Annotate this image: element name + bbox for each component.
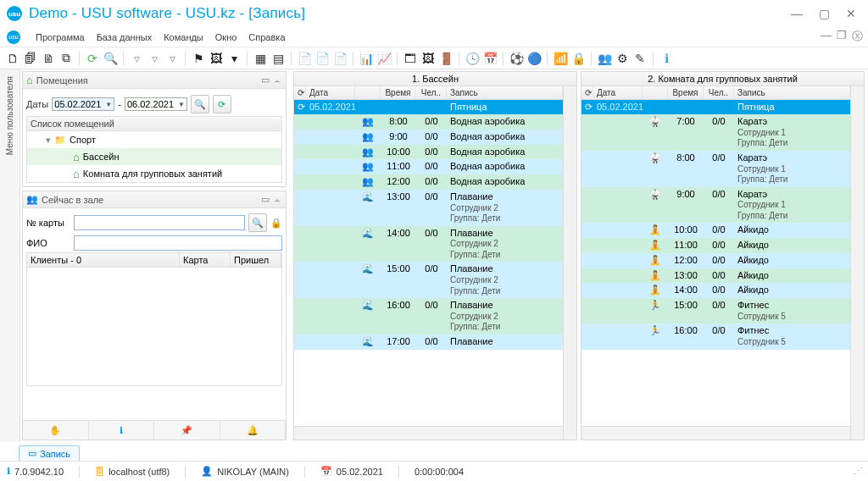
- tb-grid-icon[interactable]: ▦: [253, 51, 268, 66]
- schedule-slot[interactable]: 🌊13:000/0ПлаваниеСотрудник 2Группа: Дети: [294, 190, 563, 226]
- resize-grip-icon[interactable]: ⋰: [854, 466, 861, 477]
- tb-ball-icon[interactable]: ⚽: [509, 51, 524, 66]
- date-from-input[interactable]: 05.02.2021▼: [52, 97, 114, 111]
- tb-filter3-icon[interactable]: ▿: [164, 51, 180, 66]
- tb-exit-icon[interactable]: 🚪: [438, 51, 453, 66]
- dates-refresh-button[interactable]: ⟳: [213, 95, 231, 113]
- schedule-slot[interactable]: 🥋8:000/0КаратэСотрудник 1Группа: Дети: [581, 151, 850, 187]
- tree-item-grouproom[interactable]: ⌂Комната для групповых занятий: [27, 165, 281, 182]
- tb-search-icon[interactable]: 🔍: [103, 51, 118, 66]
- schedule-slot[interactable]: 🏃15:000/0ФитнесСотрудник 5: [581, 298, 850, 323]
- schedule-slot[interactable]: 🌊17:000/0Плавание: [294, 334, 563, 350]
- toolbar: 🗋 🗐 🗎 ⧉ ⟳ 🔍 ▿ ▿ ▿ ⚑ 🖼 ▾ ▦ ▤ 📄 📄 📄 📊 📈 🗔 …: [0, 47, 868, 69]
- horizontal-scrollbar[interactable]: [581, 426, 850, 440]
- tb-doc1-icon[interactable]: 📄: [297, 51, 312, 66]
- activity-icon: 🧘: [643, 268, 668, 283]
- house-icon: ⌂: [73, 151, 80, 163]
- schedule-slot[interactable]: 🧘14:000/0Айкидо: [581, 283, 850, 298]
- mdi-minimize-button[interactable]: —: [821, 29, 832, 44]
- tb-rss-icon[interactable]: 📶: [553, 51, 568, 66]
- menu-commands[interactable]: Команды: [164, 32, 203, 42]
- schedule-slot[interactable]: 🌊16:000/0ПлаваниеСотрудник 2Группа: Дети: [294, 298, 563, 334]
- mdi-close-button[interactable]: ⓧ: [852, 29, 863, 44]
- menu-database[interactable]: База данных: [97, 32, 153, 42]
- schedule-body[interactable]: 👥8:000/0Водная аэробика👥9:000/0Водная аэ…: [294, 114, 563, 426]
- date-to-input[interactable]: 06.02.2021▼: [125, 97, 187, 111]
- tree-root-sport[interactable]: ▾📁Спорт: [27, 131, 281, 148]
- schedule-slot[interactable]: 🌊15:000/0ПлаваниеСотрудник 2Группа: Дети: [294, 262, 563, 298]
- tb-doc3-icon[interactable]: 📄: [332, 51, 348, 66]
- schedule-slot[interactable]: 👥9:000/0Водная аэробика: [294, 130, 563, 145]
- vertical-scrollbar[interactable]: [850, 86, 864, 440]
- card-number-input[interactable]: [74, 215, 245, 230]
- footer-bell-button[interactable]: 🔔: [220, 421, 287, 440]
- tb-pen-icon[interactable]: ✎: [632, 51, 648, 66]
- schedule-slot[interactable]: 👥8:000/0Водная аэробика: [294, 114, 563, 130]
- tb-doc2-icon[interactable]: 📄: [314, 51, 330, 66]
- footer-hand-button[interactable]: ✋: [23, 421, 89, 440]
- maximize-button[interactable]: ▢: [814, 3, 834, 24]
- panel-dock-icon[interactable]: ▭: [261, 75, 270, 86]
- menu-window[interactable]: Окно: [215, 32, 237, 42]
- tab-record[interactable]: ▭Запись: [19, 445, 80, 461]
- tb-image-icon[interactable]: 🖼: [209, 51, 224, 66]
- rooms-tree[interactable]: ▾📁Спорт ⌂Бассейн ⌂Комната для групповых …: [26, 131, 282, 183]
- close-button[interactable]: ✕: [841, 3, 861, 24]
- tb-export-icon[interactable]: 📊: [359, 51, 374, 66]
- tb-calendar-icon[interactable]: 📅: [482, 51, 498, 66]
- lock-icon[interactable]: 🔒: [270, 218, 282, 229]
- tb-flag-icon[interactable]: ⚑: [191, 51, 206, 66]
- tb-settings-icon[interactable]: ⚙: [615, 51, 630, 66]
- menu-help[interactable]: Справка: [248, 32, 285, 42]
- schedule-slot[interactable]: 👥10:000/0Водная аэробика: [294, 145, 563, 160]
- menu-program[interactable]: Программа: [36, 32, 85, 42]
- schedule-slot[interactable]: 🥋7:000/0КаратэСотрудник 1Группа: Дети: [581, 114, 850, 151]
- minimize-button[interactable]: —: [787, 3, 807, 24]
- schedule-slot[interactable]: 🧘12:000/0Айкидо: [581, 253, 850, 268]
- tb-grid2-icon[interactable]: ▤: [270, 51, 286, 66]
- panel-pin-icon[interactable]: ⫠: [273, 75, 282, 86]
- tb-open-icon[interactable]: 🗐: [23, 51, 38, 66]
- status-host: localhost (utf8): [108, 467, 170, 477]
- tb-refresh-icon[interactable]: ⟳: [85, 51, 100, 66]
- tb-users-icon[interactable]: 👥: [597, 51, 612, 66]
- vertical-scrollbar[interactable]: [563, 86, 576, 440]
- schedule-slot[interactable]: 👥11:000/0Водная аэробика: [294, 159, 563, 174]
- tb-lock-icon[interactable]: 🔒: [570, 51, 586, 66]
- user-menu-vertical-tab[interactable]: Меню пользователя: [0, 69, 20, 442]
- tb-color-icon[interactable]: 🔵: [526, 51, 542, 66]
- tree-item-pool[interactable]: ⌂Бассейн: [27, 148, 281, 165]
- schedule-day-row[interactable]: ⟳05.02.2021Пятница: [581, 100, 850, 114]
- tb-dropdown-icon[interactable]: ▾: [226, 51, 242, 66]
- schedule-slot[interactable]: 🏃16:000/0ФитнесСотрудник 5: [581, 323, 850, 349]
- tb-window-icon[interactable]: 🗔: [403, 51, 418, 66]
- tb-excel-icon[interactable]: 📈: [376, 51, 392, 66]
- tb-picture-icon[interactable]: 🖼: [420, 51, 436, 66]
- panel-dock-icon[interactable]: ▭: [261, 194, 270, 205]
- tb-save-icon[interactable]: 🗎: [41, 51, 56, 66]
- clients-grid-body[interactable]: [26, 268, 282, 386]
- schedule-slot[interactable]: 🧘10:000/0Айкидо: [581, 223, 850, 238]
- tb-clock-icon[interactable]: 🕓: [465, 51, 480, 66]
- schedule-slot[interactable]: 🥋9:000/0КаратэСотрудник 1Группа: Дети: [581, 187, 850, 224]
- dates-search-button[interactable]: 🔍: [191, 95, 209, 113]
- panel-pin-icon[interactable]: ⫠: [273, 194, 282, 205]
- tb-copy-icon[interactable]: ⧉: [58, 51, 74, 66]
- schedule-body[interactable]: 🥋7:000/0КаратэСотрудник 1Группа: Дети🥋8:…: [581, 114, 850, 426]
- tb-filter-icon[interactable]: ▿: [129, 51, 144, 66]
- tb-filter2-icon[interactable]: ▿: [147, 51, 162, 66]
- schedule-day-row[interactable]: ⟳05.02.2021Пятница: [294, 100, 563, 114]
- schedule-slot[interactable]: 🧘13:000/0Айкидо: [581, 268, 850, 284]
- footer-pin-button[interactable]: 📌: [154, 421, 220, 440]
- schedule-slot[interactable]: 👥12:000/0Водная аэробика: [294, 174, 563, 190]
- tb-info-icon[interactable]: ℹ: [659, 51, 674, 66]
- card-search-button[interactable]: 🔍: [248, 213, 267, 232]
- horizontal-scrollbar[interactable]: [294, 426, 563, 440]
- activity-icon: 🏃: [643, 323, 668, 338]
- schedule-slot[interactable]: 🧘11:000/0Айкидо: [581, 238, 850, 253]
- fio-input[interactable]: [74, 235, 282, 251]
- mdi-restore-button[interactable]: ❐: [837, 29, 847, 44]
- tb-new-icon[interactable]: 🗋: [5, 51, 20, 66]
- footer-info-button[interactable]: ℹ: [89, 421, 155, 440]
- schedule-slot[interactable]: 🌊14:000/0ПлаваниеСотрудник 2Группа: Дети: [294, 226, 563, 263]
